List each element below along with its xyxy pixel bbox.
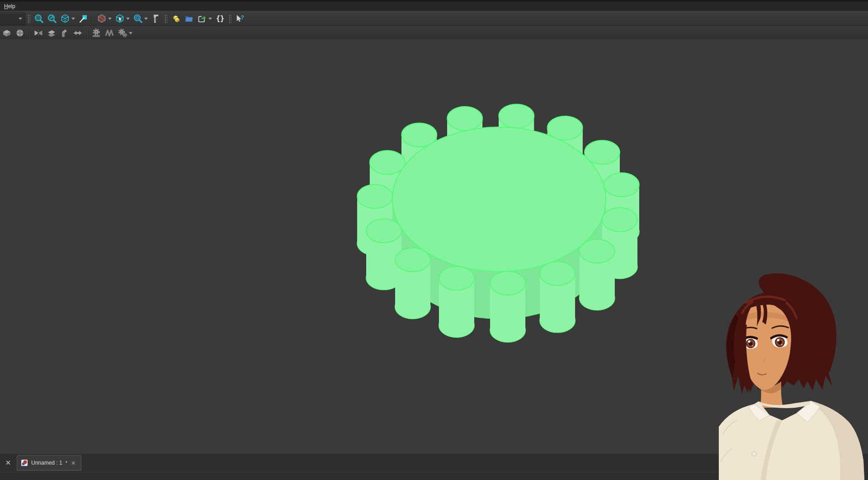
measure-button[interactable] (150, 13, 162, 24)
export-button[interactable] (196, 13, 208, 24)
gear-pair-button[interactable] (116, 27, 128, 39)
whats-this-button[interactable]: ? (234, 13, 246, 24)
zoom-refresh-button[interactable] (132, 13, 144, 24)
zoom-fit-all-button[interactable] (33, 13, 45, 24)
material-boxes-icon (171, 14, 181, 24)
svg-text:{}: {} (216, 14, 224, 23)
document-tab[interactable]: Unnamed : 1* ✕ (17, 455, 81, 471)
toolbar-grip[interactable] (27, 14, 30, 23)
chevron-down-icon[interactable] (144, 18, 148, 22)
isometric-view-button[interactable] (59, 13, 71, 24)
toolbar-separator (28, 28, 29, 38)
offset-planes-icon (47, 28, 57, 38)
expression-braces-icon: {} (215, 14, 225, 24)
bend-l-icon (60, 28, 70, 38)
document-tab-bar: ✕ Unnamed : 1* ✕ (0, 454, 868, 472)
involute-gear-icon (91, 28, 101, 38)
chevron-down-icon[interactable] (71, 18, 75, 22)
mirror-button[interactable] (32, 27, 44, 39)
menu-bar: Help (0, 2, 868, 11)
toolbar-grip[interactable] (228, 14, 231, 23)
isometric-cube-icon (60, 14, 70, 24)
clipping-plane-icon (97, 14, 107, 24)
toolbar-separator (92, 14, 93, 24)
extrude-box-icon (2, 28, 12, 38)
clipping-plane-button[interactable] (95, 13, 108, 24)
offset-planes-button[interactable] (45, 27, 57, 39)
menu-item-help[interactable]: Help (0, 2, 19, 10)
toolbar-grip[interactable] (164, 14, 167, 23)
spring-button[interactable] (103, 27, 115, 39)
expression-button[interactable]: {} (214, 13, 226, 24)
material-button[interactable] (170, 13, 182, 24)
create-view-button[interactable] (77, 13, 89, 24)
chevron-down-icon[interactable] (129, 32, 132, 36)
mirror-icon (33, 28, 43, 38)
folder-button[interactable] (183, 13, 195, 24)
involute-gear-button[interactable] (90, 27, 102, 39)
close-document-button[interactable]: ✕ (3, 458, 13, 468)
tab-close-icon[interactable]: ✕ (71, 460, 76, 466)
chevron-down-icon (19, 18, 22, 22)
folder-icon (184, 14, 194, 24)
gear-model[interactable] (0, 39, 868, 454)
cad-application-window: Help (0, 0, 868, 480)
zoom-selection-button[interactable] (46, 13, 58, 24)
scale-arrows-icon (73, 28, 83, 38)
export-arrow-icon (197, 14, 207, 24)
extrude-box-button[interactable] (0, 27, 13, 39)
zoom-selection-icon (47, 14, 57, 24)
workbench-selector[interactable] (0, 12, 25, 25)
chevron-down-icon[interactable] (208, 18, 212, 22)
zoom-fit-all-icon (34, 14, 44, 24)
bend-l-button[interactable] (58, 27, 71, 39)
3d-viewport[interactable] (0, 39, 868, 454)
gear-pair-icon (118, 28, 127, 38)
measure-caliper-icon (151, 14, 161, 24)
chevron-down-icon[interactable] (126, 18, 130, 22)
toolbar-separator (86, 28, 87, 38)
spring-zigzag-icon (104, 28, 114, 38)
toolbar-tools (0, 26, 868, 40)
zoom-refresh-icon (133, 14, 143, 24)
chevron-down-icon[interactable] (108, 18, 112, 22)
orbit-sphere-button[interactable] (14, 27, 26, 39)
view-cube-select-icon (115, 14, 125, 24)
whats-this-icon: ? (235, 14, 245, 24)
toolbar-view: {} ? (0, 11, 868, 26)
orbit-sphere-icon (15, 28, 25, 38)
document-icon (21, 459, 28, 466)
view-cube-select-button[interactable] (113, 13, 126, 24)
create-view-icon (78, 14, 88, 24)
svg-text:?: ? (241, 14, 244, 21)
scale-arrows-button[interactable] (71, 27, 84, 39)
document-tab-title: Unnamed : 1 (31, 460, 62, 466)
modified-marker: * (66, 461, 67, 466)
status-bar (0, 472, 868, 480)
